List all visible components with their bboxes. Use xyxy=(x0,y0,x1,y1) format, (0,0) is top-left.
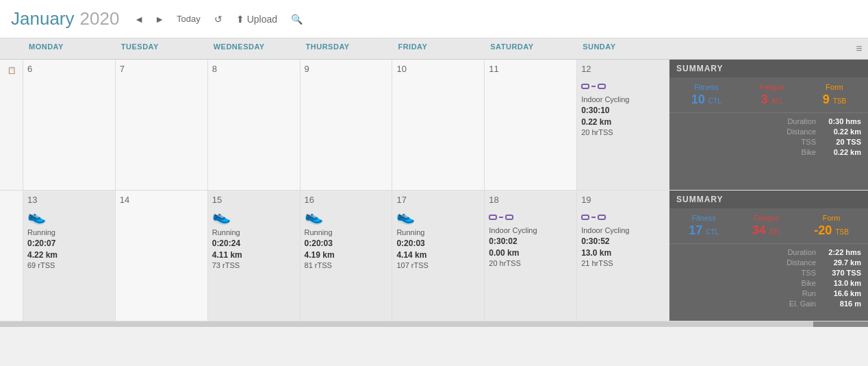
activity-time: 0:30:52 xyxy=(581,236,665,247)
day-number: 18 xyxy=(489,195,572,205)
day-7[interactable]: 7 xyxy=(116,60,208,190)
running-icon: 👟 xyxy=(212,208,296,225)
duration-value: 0:30 hms xyxy=(820,117,861,125)
tss-label: TSS xyxy=(802,269,816,277)
activity-distance: 4.19 km xyxy=(305,249,388,261)
activity-label: Running xyxy=(396,228,480,236)
week-number-2 xyxy=(0,191,23,321)
day-18[interactable]: 18 Indoor Cycling 0:30:02 0.00 km 20 hrT… xyxy=(485,191,577,321)
day-number: 13 xyxy=(27,195,111,205)
cycling-icon xyxy=(581,77,665,93)
activity-tss: 21 hrTSS xyxy=(581,259,665,267)
bike-label: Bike xyxy=(802,279,816,287)
goggle-right xyxy=(598,84,606,89)
day-number: 16 xyxy=(305,195,388,205)
tss-value: 20 TSS xyxy=(820,138,861,146)
summary-stats: Duration 0:30 hms Distance 0.22 km TSS 2… xyxy=(669,113,868,162)
day-number: 9 xyxy=(305,64,388,74)
day-14[interactable]: 14 xyxy=(116,191,208,321)
goggle-bridge xyxy=(591,217,596,218)
week-number-1: 📋 xyxy=(0,60,23,190)
summary-metrics: Fitness 10 CTL Fatigue 3 ATL Form 9 TSB xyxy=(669,77,868,113)
year-label: 2020 xyxy=(80,8,120,29)
header-wednesday: WEDNESDAY xyxy=(208,38,301,59)
elgain-value: 816 m xyxy=(820,300,861,308)
next-button[interactable]: ► xyxy=(151,11,168,27)
day-15[interactable]: 15 👟 Running 0:20:24 4.11 km 73 rTSS xyxy=(208,191,301,321)
day-12[interactable]: 12 Indoor Cycling 0:30:10 0.22 km 20 hrT… xyxy=(577,60,669,190)
today-button[interactable]: Today xyxy=(171,11,206,27)
summary-header: SUMMARY xyxy=(669,191,868,208)
day-6[interactable]: 6 xyxy=(23,60,116,190)
day-number: 11 xyxy=(489,64,572,74)
week-1-summary: SUMMARY Fitness 10 CTL Fatigue 3 ATL For… xyxy=(669,60,868,190)
prev-button[interactable]: ◄ xyxy=(130,11,148,27)
day-10[interactable]: 10 xyxy=(392,60,485,190)
duration-label: Duration xyxy=(787,248,816,256)
day-17[interactable]: 17 👟 Running 0:20:03 4.14 km 107 rTSS xyxy=(392,191,485,321)
running-icon: 👟 xyxy=(27,208,111,225)
calendar-title: January 2020 xyxy=(11,8,119,29)
fitness-label: Fitness xyxy=(691,83,722,91)
activity-distance: 0.00 km xyxy=(489,247,572,259)
goggle-left xyxy=(581,84,589,89)
fatigue-metric: Fatigue 34 ATL xyxy=(752,214,781,238)
form-label: Form xyxy=(814,214,848,222)
day-number: 17 xyxy=(396,195,480,205)
activity-distance: 4.11 km xyxy=(212,249,296,261)
activity-distance: 13.0 km xyxy=(581,247,665,259)
goggle-bridge xyxy=(591,86,596,87)
tss-label: TSS xyxy=(802,138,816,146)
stat-tss: TSS 370 TSS xyxy=(676,269,861,277)
activity-time: 0:20:24 xyxy=(212,238,296,249)
form-metric: Form 9 TSB xyxy=(823,83,846,107)
month-label: January xyxy=(11,8,75,29)
header-spacer xyxy=(0,38,23,59)
activity-distance: 4.22 km xyxy=(27,249,111,261)
tss-value: 370 TSS xyxy=(820,269,861,277)
stat-elgain: El. Gain 816 m xyxy=(676,300,861,308)
day-16[interactable]: 16 👟 Running 0:20:03 4.19 km 81 rTSS xyxy=(301,191,393,321)
day-13[interactable]: 13 👟 Running 0:20:07 4.22 km 69 rTSS xyxy=(23,191,116,321)
search-button[interactable]: 🔍 xyxy=(285,11,308,27)
activity-time: 0:30:02 xyxy=(489,236,572,247)
form-label: Form xyxy=(823,83,846,91)
activity-tss: 20 hrTSS xyxy=(581,128,665,136)
fitness-metric: Fitness 17 CTL xyxy=(689,214,719,238)
form-value: 9 TSB xyxy=(823,93,846,107)
week-row-1: 📋 6 7 8 9 10 11 12 xyxy=(0,60,868,191)
header-saturday: SATURDAY xyxy=(485,38,577,59)
activity-label: Running xyxy=(212,228,296,236)
stat-distance: Distance 29.7 km xyxy=(676,258,861,267)
day-8[interactable]: 8 xyxy=(208,60,301,190)
duration-label: Duration xyxy=(787,117,816,125)
activity-time: 0:20:03 xyxy=(396,238,480,249)
horizontal-scrollbar[interactable] xyxy=(0,321,868,327)
running-icon: 👟 xyxy=(396,208,480,225)
stat-bike: Bike 13.0 km xyxy=(676,279,861,287)
day-headers-row: MONDAY TUESDAY WEDNESDAY THURSDAY FRIDAY… xyxy=(0,38,868,60)
goggle-left xyxy=(489,215,497,220)
fitness-value: 10 CTL xyxy=(691,93,722,107)
activity-tss: 107 rTSS xyxy=(396,261,480,269)
stat-run: Run 16.6 km xyxy=(676,289,861,297)
day-number: 7 xyxy=(120,64,203,74)
run-value: 16.6 km xyxy=(820,289,861,297)
activity-distance: 4.14 km xyxy=(396,249,480,261)
fatigue-value: 34 ATL xyxy=(752,223,781,238)
scrollbar-thumb[interactable] xyxy=(813,321,868,327)
activity-tss: 73 rTSS xyxy=(212,261,296,269)
fitness-label: Fitness xyxy=(689,214,719,222)
goggle-right xyxy=(598,215,606,220)
day-9[interactable]: 9 xyxy=(301,60,393,190)
day-11[interactable]: 11 xyxy=(485,60,577,190)
fatigue-label: Fatigue xyxy=(759,83,784,91)
hamburger-icon[interactable]: ≡ xyxy=(669,38,868,59)
upload-button[interactable]: ⬆ Upload xyxy=(231,11,283,27)
calendar-grid: MONDAY TUESDAY WEDNESDAY THURSDAY FRIDAY… xyxy=(0,38,868,327)
fitness-metric: Fitness 10 CTL xyxy=(691,83,722,107)
activity-label: Indoor Cycling xyxy=(489,226,572,234)
refresh-button[interactable]: ↺ xyxy=(209,11,228,27)
day-19[interactable]: 19 Indoor Cycling 0:30:52 13.0 km 21 hrT… xyxy=(577,191,669,321)
stat-tss: TSS 20 TSS xyxy=(676,138,861,146)
